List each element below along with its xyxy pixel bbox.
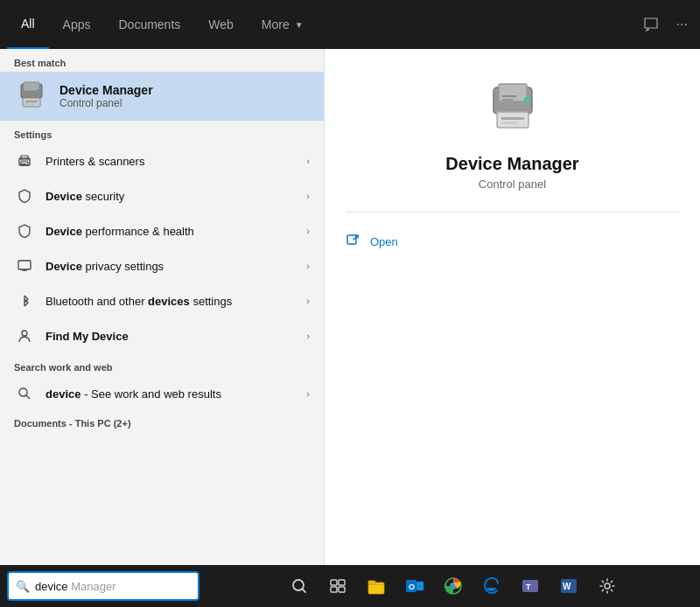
- search-box-text: device Manager: [35, 580, 116, 593]
- chevron-right-icon5: ›: [306, 296, 310, 306]
- list-item-device-perf[interactable]: Device performance & health ›: [0, 213, 324, 248]
- taskbar-chrome-button[interactable]: [436, 569, 471, 604]
- svg-rect-1: [24, 82, 39, 91]
- svg-point-43: [605, 583, 610, 589]
- list-item-device-privacy[interactable]: Device privacy settings ›: [0, 248, 324, 283]
- taskbar-edge-button[interactable]: [474, 569, 509, 604]
- open-label: Open: [370, 235, 398, 248]
- best-match-title: Device Manager: [60, 83, 153, 97]
- detail-divider: [346, 212, 679, 213]
- shield-icon-security: [14, 185, 35, 206]
- taskbar: 🔍 device Manager: [0, 565, 700, 607]
- person-icon: [14, 325, 35, 346]
- right-panel: Device Manager Control panel Open: [324, 49, 700, 565]
- chevron-right-icon3: ›: [306, 226, 310, 236]
- settings-label: Settings: [0, 121, 324, 143]
- detail-subtitle: Control panel: [479, 178, 546, 191]
- taskbar-word-button[interactable]: W: [551, 569, 586, 604]
- list-item-printers[interactable]: Printers & scanners ›: [0, 143, 324, 178]
- feedback-icon: [643, 17, 659, 32]
- search-box[interactable]: 🔍 device Manager: [7, 571, 200, 601]
- shield-icon-perf: [14, 220, 35, 241]
- chrome-icon: [444, 576, 463, 596]
- svg-rect-17: [499, 84, 527, 101]
- outlook-icon: O: [405, 576, 424, 596]
- device-perf-label: Device performance & health: [46, 225, 306, 238]
- svg-rect-3: [25, 101, 38, 102]
- bluetooth-icon: [14, 290, 35, 311]
- best-match-text: Device Manager Control panel: [60, 83, 153, 109]
- search-web-text: device - See work and web results: [46, 387, 306, 401]
- svg-rect-9: [22, 164, 26, 164]
- tab-documents[interactable]: Documents: [104, 0, 194, 49]
- search-web-item[interactable]: device - See work and web results ›: [0, 376, 324, 411]
- taskbar-teams-button[interactable]: T: [513, 569, 548, 604]
- chevron-right-icon7: ›: [306, 388, 310, 399]
- svg-rect-10: [18, 261, 31, 269]
- svg-point-21: [523, 97, 529, 103]
- find-device-label: Find My Device: [46, 330, 306, 343]
- teams-icon: T: [521, 576, 540, 596]
- printer-icon: [14, 150, 35, 171]
- chevron-down-icon: ▼: [295, 20, 304, 30]
- taskbar-taskview-button[interactable]: [320, 569, 355, 604]
- device-privacy-label: Device privacy settings: [46, 260, 306, 273]
- taskbar-search-button[interactable]: [282, 569, 317, 604]
- svg-rect-24: [347, 235, 356, 244]
- svg-line-26: [303, 590, 306, 593]
- chevron-right-icon4: ›: [306, 261, 310, 271]
- taskview-icon: [329, 577, 346, 595]
- more-options-button[interactable]: ···: [671, 11, 693, 38]
- chevron-right-icon2: ›: [306, 191, 310, 201]
- taskbar-outlook-button[interactable]: O: [397, 569, 432, 604]
- svg-point-14: [19, 388, 27, 396]
- svg-point-13: [22, 331, 27, 336]
- list-item-bluetooth[interactable]: Bluetooth and other devices settings ›: [0, 283, 324, 318]
- top-nav: All Apps Documents Web More ▼ ···: [0, 0, 700, 49]
- tab-web[interactable]: Web: [194, 0, 248, 49]
- taskbar-explorer-button[interactable]: [359, 569, 394, 604]
- documents-label: Documents - This PC (2+): [0, 411, 324, 432]
- svg-rect-4: [25, 103, 34, 105]
- svg-rect-30: [339, 587, 345, 592]
- edge-icon: [482, 576, 501, 596]
- svg-rect-20: [501, 122, 517, 124]
- search-placeholder: Manager: [68, 580, 116, 593]
- detail-title: Device Manager: [445, 154, 578, 174]
- search-box-icon: 🔍: [16, 580, 30, 593]
- best-match-label: Best match: [0, 49, 324, 72]
- system-icon: [598, 577, 616, 595]
- taskbar-icons: O: [206, 569, 700, 604]
- svg-rect-27: [331, 580, 337, 585]
- tab-all[interactable]: All: [7, 0, 49, 49]
- device-manager-icon: [14, 79, 49, 114]
- open-action[interactable]: Open: [346, 227, 679, 256]
- search-web-label: Search work and web: [0, 353, 324, 376]
- svg-rect-19: [501, 117, 524, 120]
- bluetooth-label: Bluetooth and other devices settings: [46, 295, 306, 308]
- taskbar-system-button[interactable]: [590, 569, 625, 604]
- detail-device-manager-icon: [481, 77, 544, 140]
- search-panel: All Apps Documents Web More ▼ ···: [0, 0, 700, 607]
- svg-rect-29: [331, 587, 337, 592]
- search-query: device: [35, 580, 68, 593]
- search-icon: [14, 383, 35, 404]
- tab-apps[interactable]: Apps: [49, 0, 105, 49]
- chevron-right-icon6: ›: [306, 331, 310, 341]
- word-icon: W: [559, 576, 578, 596]
- main-content: Best match Device Manager Control p: [0, 49, 700, 565]
- monitor-icon: [14, 255, 35, 276]
- svg-rect-32: [368, 581, 375, 584]
- list-item-device-security[interactable]: Device security ›: [0, 178, 324, 213]
- list-item-find-device[interactable]: Find My Device ›: [0, 318, 324, 353]
- device-security-label: Device security: [46, 190, 306, 203]
- best-match-item[interactable]: Device Manager Control panel: [0, 72, 324, 121]
- feedback-button[interactable]: [638, 11, 664, 38]
- printers-label: Printers & scanners: [46, 155, 306, 168]
- tab-more[interactable]: More ▼: [248, 0, 318, 49]
- svg-point-5: [37, 89, 40, 93]
- left-panel: Best match Device Manager Control p: [0, 49, 324, 565]
- best-match-subtitle: Control panel: [60, 97, 153, 109]
- taskbar-search-icon: [290, 577, 308, 595]
- nav-right-actions: ···: [638, 11, 693, 38]
